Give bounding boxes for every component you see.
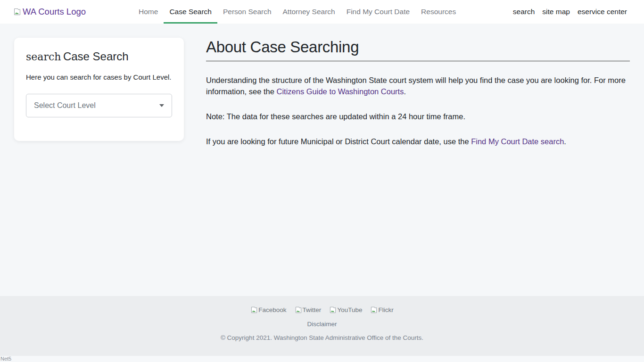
broken-image-icon (329, 306, 337, 313)
court-level-select-value: Select Court Level (34, 101, 96, 110)
youtube-link[interactable]: YouTube (329, 306, 362, 313)
top-navbar: WA Courts Logo Home Case Search Person S… (0, 0, 644, 24)
utility-nav: search site map eservice center (509, 8, 631, 16)
page-footer: Facebook Twitter YouTube (0, 296, 644, 356)
nav-item-resources[interactable]: Resources (415, 0, 462, 24)
broken-image-icon (295, 306, 302, 313)
copyright-text: © Copyright 2021. Washington State Admin… (0, 334, 644, 341)
logo-link[interactable]: WA Courts Logo (13, 7, 86, 17)
search-icon: search (26, 51, 61, 63)
facebook-alt-text: Facebook (258, 306, 286, 313)
facebook-link[interactable]: Facebook (250, 306, 286, 313)
about-paragraph-period: . (404, 87, 406, 96)
nav-item-person-search[interactable]: Person Search (217, 0, 277, 24)
card-description: Here you can search for cases by Court L… (26, 73, 172, 81)
citizens-guide-link[interactable]: Citizens Guide to Washington Courts (277, 87, 404, 96)
about-paragraph: Understanding the structure of the Washi… (206, 75, 630, 98)
court-date-paragraph-text: If you are looking for future Municipal … (206, 137, 471, 146)
utility-link-search[interactable]: search (509, 8, 539, 16)
note-paragraph: Note: The data for these searches are up… (206, 111, 630, 123)
disclaimer-link[interactable]: Disclaimer (307, 321, 337, 328)
about-article: About Case Searching Understanding the s… (206, 24, 630, 148)
court-date-paragraph: If you are looking for future Municipal … (206, 136, 630, 148)
title-divider (206, 61, 630, 61)
card-title-text: Case Search (63, 50, 129, 63)
browser-status-bar: Net5 (0, 356, 644, 362)
nav-item-find-my-court-date[interactable]: Find My Court Date (341, 0, 415, 24)
main-nav: Home Case Search Person Search Attorney … (133, 0, 462, 24)
case-search-card: search Case Search Here you can search f… (14, 38, 184, 141)
chevron-down-icon (159, 104, 164, 107)
utility-link-eservice-center[interactable]: eservice center (574, 8, 631, 16)
broken-image-icon (250, 306, 258, 313)
broken-image-icon (13, 8, 21, 16)
status-text: Net5 (0, 356, 11, 362)
court-date-paragraph-period: . (564, 137, 566, 146)
flickr-link[interactable]: Flickr (370, 306, 393, 313)
flickr-alt-text: Flickr (378, 306, 393, 313)
main-content: search Case Search Here you can search f… (0, 24, 644, 296)
twitter-alt-text: Twitter (303, 306, 322, 313)
about-paragraph-text: Understanding the structure of the Washi… (206, 76, 626, 96)
utility-link-site-map[interactable]: site map (538, 8, 574, 16)
youtube-alt-text: YouTube (337, 306, 362, 313)
nav-item-attorney-search[interactable]: Attorney Search (277, 0, 341, 24)
find-my-court-date-link[interactable]: Find My Court Date search (471, 137, 564, 146)
page-title: About Case Searching (206, 38, 630, 56)
twitter-link[interactable]: Twitter (295, 306, 322, 313)
logo-alt-text: WA Courts Logo (23, 7, 86, 17)
nav-item-home[interactable]: Home (133, 0, 164, 24)
broken-image-icon (370, 306, 378, 313)
social-links: Facebook Twitter YouTube (0, 306, 644, 313)
card-title: search Case Search (26, 50, 172, 64)
nav-item-case-search[interactable]: Case Search (164, 0, 217, 24)
court-level-select[interactable]: Select Court Level (26, 94, 172, 117)
